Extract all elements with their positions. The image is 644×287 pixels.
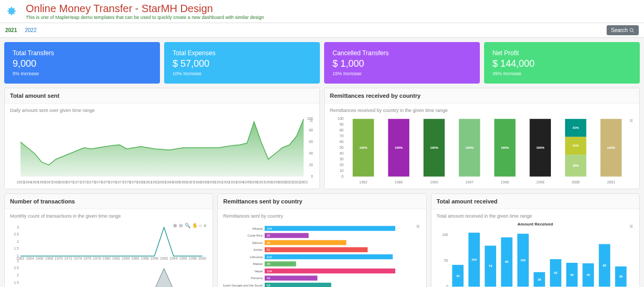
svg-text:1998: 1998: [536, 180, 545, 184]
svg-text:1990: 1990: [150, 257, 159, 260]
svg-rect-138: [265, 226, 395, 231]
page-subtitle: This is one of MapleHeap demo templates …: [26, 15, 264, 20]
search-button[interactable]: Search: [607, 25, 639, 35]
zoom-out-icon[interactable]: ⊖: [179, 223, 183, 228]
svg-text:1986: 1986: [395, 180, 403, 184]
svg-text:1964: 1964: [26, 257, 34, 260]
kpi-total-transfers: Total Transfers 9,000 5% Increase: [4, 42, 160, 84]
chart-menu-icon[interactable]: ≡: [630, 117, 633, 124]
svg-text:100%: 100%: [607, 146, 616, 149]
kpi-cancelled: Cancelled Transfers $ 1,000 15% Increase: [324, 42, 480, 84]
svg-text:Djibouti: Djibouti: [253, 241, 263, 244]
svg-text:1996: 1996: [179, 257, 187, 260]
kpi-net-profit: Net Profit $ 144,000 45% Increase: [484, 42, 640, 84]
svg-text:Jordan: Jordan: [253, 248, 263, 251]
svg-text:South Georgia and the South: South Georgia and the South: [223, 284, 263, 287]
svg-text:3: 3: [17, 259, 19, 263]
svg-text:80: 80: [309, 128, 313, 132]
svg-text:0: 0: [341, 175, 344, 178]
svg-text:45: 45: [586, 273, 590, 276]
svg-text:102: 102: [267, 255, 272, 259]
svg-text:1966: 1966: [35, 257, 44, 260]
tab-2021[interactable]: 2021: [5, 27, 17, 33]
chart-transactions: ⊕ ⊖ 🔍 ✋ ⌂ ≡ 11.522.531962196419661968197…: [10, 222, 207, 287]
chart-toolbar: ⊕ ⊖ 🔍 ✋ ⌂ ≡: [173, 223, 207, 228]
svg-text:50: 50: [444, 259, 448, 262]
svg-text:100%: 100%: [395, 146, 403, 149]
svg-text:Panama: Panama: [251, 276, 263, 280]
svg-text:38%: 38%: [572, 164, 579, 167]
svg-text:25: 25: [267, 262, 270, 265]
kpi-row: Total Transfers 9,000 5% Increase Total …: [4, 42, 640, 84]
svg-text:1972: 1972: [64, 257, 73, 260]
svg-text:Lithuania: Lithuania: [250, 255, 263, 259]
svg-text:82: 82: [267, 248, 270, 251]
svg-text:40: 40: [309, 151, 313, 155]
kpi-total-expenses: Total Expenses $ 57,000 10% Increase: [164, 42, 320, 84]
svg-text:10: 10: [339, 169, 344, 172]
svg-text:2000: 2000: [571, 180, 580, 184]
svg-rect-147: [265, 247, 368, 252]
svg-text:46: 46: [570, 273, 573, 276]
logo-icon: [5, 5, 18, 18]
svg-text:53: 53: [267, 284, 270, 287]
chart-remit-country: ≡ 0102030405060708090100100%1982100%1986…: [330, 116, 634, 184]
svg-text:30: 30: [339, 157, 344, 161]
svg-text:65: 65: [267, 241, 270, 244]
svg-text:3: 3: [17, 226, 19, 229]
svg-text:1986: 1986: [131, 257, 139, 260]
svg-text:102: 102: [520, 259, 526, 262]
svg-text:Costa Rica: Costa Rica: [248, 234, 264, 237]
chart-menu-icon[interactable]: ≡: [416, 223, 419, 229]
svg-text:60: 60: [309, 140, 313, 144]
svg-text:2: 2: [17, 273, 19, 277]
chart-menu-icon[interactable]: ≡: [310, 117, 313, 124]
svg-text:1970: 1970: [55, 257, 63, 260]
search-icon: [629, 28, 635, 33]
svg-text:42: 42: [456, 274, 460, 278]
chart-remit-sent: ≡ 104Albania35Costa Rica65Djibouti82Jord…: [223, 222, 420, 287]
menu-icon[interactable]: ≡: [204, 223, 206, 228]
hand-icon[interactable]: ✋: [192, 223, 198, 228]
svg-text:39: 39: [619, 275, 622, 278]
home-icon[interactable]: ⌂: [199, 223, 202, 228]
svg-text:28: 28: [537, 278, 541, 281]
svg-rect-162: [265, 283, 331, 287]
svg-rect-141: [265, 233, 309, 238]
svg-text:20: 20: [309, 163, 313, 167]
search-icon[interactable]: 🔍: [185, 223, 190, 228]
svg-text:40: 40: [339, 151, 344, 155]
svg-text:42: 42: [267, 276, 270, 280]
svg-text:100%: 100%: [466, 146, 474, 149]
svg-text:2: 2: [17, 240, 19, 243]
svg-text:1994: 1994: [169, 257, 178, 260]
svg-text:1978: 1978: [93, 257, 102, 260]
tabs-bar: 2021 2022 Search: [0, 23, 644, 38]
svg-text:1998: 1998: [501, 180, 509, 184]
svg-rect-159: [265, 275, 317, 280]
svg-text:1988: 1988: [141, 257, 149, 260]
card-transactions: Number of transactions Monthly count of …: [4, 193, 213, 287]
svg-text:100: 100: [337, 117, 344, 120]
svg-text:100: 100: [442, 233, 448, 237]
svg-text:1997: 1997: [466, 180, 474, 184]
svg-text:31%: 31%: [572, 144, 579, 147]
svg-text:Nepal: Nepal: [255, 270, 263, 273]
chart-received: ≡ Amount Received 0501004219821041986791…: [437, 222, 634, 287]
svg-text:1968: 1968: [45, 257, 54, 260]
svg-text:90: 90: [339, 122, 344, 126]
svg-text:31%: 31%: [572, 126, 579, 129]
card-remit-sent: Remittances sent by country Remittances …: [217, 193, 426, 287]
svg-text:1976: 1976: [83, 257, 92, 260]
tab-2022[interactable]: 2022: [25, 27, 36, 33]
svg-text:1982: 1982: [112, 257, 120, 260]
svg-text:100%: 100%: [430, 146, 438, 149]
chart-menu-icon[interactable]: ≡: [630, 223, 633, 229]
svg-text:2001: 2001: [607, 180, 616, 184]
svg-point-0: [630, 28, 633, 32]
svg-text:1998: 1998: [189, 257, 197, 260]
zoom-in-icon[interactable]: ⊕: [173, 223, 177, 228]
svg-text:60: 60: [339, 140, 344, 144]
chart-total-sent: ≡ 02040608010019631964196519661967196819…: [10, 116, 314, 184]
svg-text:Albania: Albania: [253, 227, 263, 230]
